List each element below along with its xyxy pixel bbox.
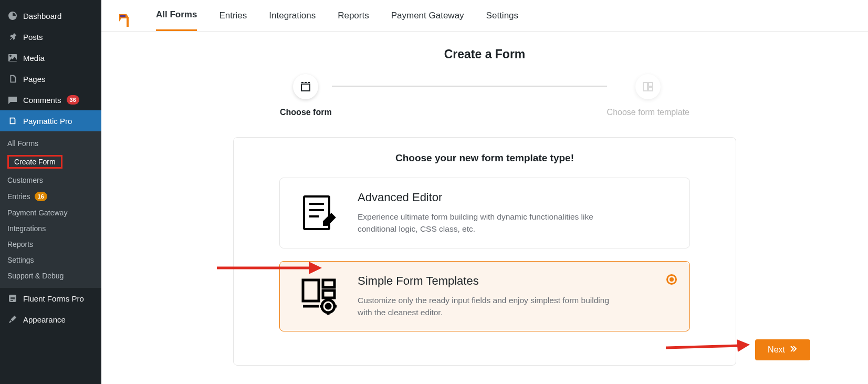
option-description: Customize only the ready input fields an… [358, 294, 620, 319]
sidebar-item-media[interactable]: Media [0, 47, 101, 68]
step-circle-1 [293, 74, 318, 99]
svg-rect-2 [11, 298, 15, 299]
sidebar-item-comments[interactable]: Comments 36 [0, 89, 101, 110]
svg-rect-9 [649, 82, 653, 86]
option-advanced-editor[interactable]: Advanced Editor Experience ultimate form… [279, 178, 690, 248]
comments-icon [7, 95, 18, 105]
sidebar-item-posts[interactable]: Posts [0, 26, 101, 47]
sidebar-item-pages[interactable]: Pages [0, 68, 101, 89]
svg-rect-1 [11, 297, 15, 298]
sidebar-item-label: Comments [23, 96, 61, 105]
step-label-1: Choose form [280, 108, 332, 117]
top-navigation: All Forms Entries Integrations Reports P… [101, 0, 868, 32]
sidebar-item-dashboard[interactable]: Dashboard [0, 5, 101, 26]
step-circle-2 [635, 74, 661, 99]
svg-rect-8 [643, 82, 647, 91]
content-area: Create a Form Choose form Choose form te… [101, 32, 868, 381]
brush-icon [7, 314, 18, 325]
step-choose-template: Choose form template [607, 74, 689, 117]
step-choose-form: Choose form [280, 74, 332, 117]
step-connector [332, 86, 607, 87]
template-type-panel: Choose your new form template type! Adva… [233, 137, 736, 366]
tab-payment-gateway[interactable]: Payment Gateway [391, 11, 464, 30]
submenu-all-forms[interactable]: All Forms [0, 136, 101, 151]
svg-marker-28 [737, 339, 750, 352]
sidebar-item-label: Pages [23, 75, 46, 84]
submenu-entries[interactable]: Entries 16 [0, 188, 101, 205]
tab-integrations[interactable]: Integrations [269, 11, 316, 30]
main-content: All Forms Entries Integrations Reports P… [101, 0, 868, 384]
panel-heading: Choose your new form template type! [234, 152, 736, 164]
dashboard-icon [7, 11, 18, 21]
chevron-double-right-icon [789, 345, 798, 355]
sidebar-item-appearance[interactable]: Appearance [0, 309, 101, 330]
option-title: Advanced Editor [358, 191, 620, 204]
page-title: Create a Form [133, 47, 836, 61]
submenu-integrations[interactable]: Integrations [0, 221, 101, 236]
pin-icon [7, 32, 18, 42]
svg-rect-17 [323, 290, 334, 298]
tab-reports[interactable]: Reports [338, 11, 369, 30]
svg-rect-10 [649, 87, 653, 91]
submenu-payment-gateway[interactable]: Payment Gateway [0, 205, 101, 221]
comments-count-badge: 36 [67, 95, 79, 105]
svg-rect-4 [301, 84, 310, 91]
form-icon [299, 80, 312, 93]
sidebar-item-label: Paymattic Pro [23, 117, 72, 126]
option-description: Experience ultimate form building with d… [358, 211, 620, 235]
advanced-editor-icon [299, 192, 340, 233]
submenu-support[interactable]: Support & Debug [0, 268, 101, 284]
sidebar-item-label: Media [23, 54, 45, 63]
sidebar-item-label: Dashboard [23, 12, 61, 20]
admin-sidebar: Dashboard Posts Media Pages Comments 36 … [0, 0, 101, 384]
submenu-reports[interactable]: Reports [0, 236, 101, 252]
paymattic-submenu: All Forms Create Form Customers Entries … [0, 131, 101, 288]
tab-settings[interactable]: Settings [486, 11, 518, 30]
next-button[interactable]: Next [755, 339, 810, 360]
submenu-settings[interactable]: Settings [0, 252, 101, 268]
paymattic-logo-icon [116, 13, 131, 28]
stepper: Choose form Choose form template [280, 74, 689, 117]
simple-templates-icon [299, 276, 340, 317]
sidebar-item-label: Posts [23, 33, 43, 41]
entries-count-badge: 16 [35, 192, 47, 201]
tab-entries[interactable]: Entries [219, 11, 247, 30]
option-title: Simple Form Templates [358, 274, 620, 288]
step-label-2: Choose form template [607, 108, 689, 117]
option-text: Advanced Editor Experience ultimate form… [358, 191, 620, 235]
radio-selected-icon [666, 274, 677, 285]
svg-rect-3 [11, 300, 13, 301]
sidebar-item-paymattic[interactable]: Paymattic Pro [0, 110, 101, 131]
option-text: Simple Form Templates Customize only the… [358, 274, 620, 319]
sidebar-item-label: Appearance [23, 315, 66, 324]
fluent-forms-icon [7, 293, 18, 304]
media-icon [7, 53, 18, 63]
sidebar-item-label: Fluent Forms Pro [23, 294, 84, 303]
option-simple-templates[interactable]: Simple Form Templates Customize only the… [279, 261, 690, 332]
pages-icon [7, 74, 18, 84]
submenu-customers[interactable]: Customers [0, 172, 101, 188]
svg-point-20 [326, 304, 330, 308]
svg-rect-16 [323, 280, 334, 287]
paymattic-icon [7, 116, 18, 126]
submenu-create-form[interactable]: Create Form [0, 151, 101, 172]
sidebar-item-fluent-forms[interactable]: Fluent Forms Pro [0, 288, 101, 309]
template-icon [642, 80, 654, 93]
tab-all-forms[interactable]: All Forms [156, 9, 197, 31]
svg-rect-15 [303, 280, 319, 301]
